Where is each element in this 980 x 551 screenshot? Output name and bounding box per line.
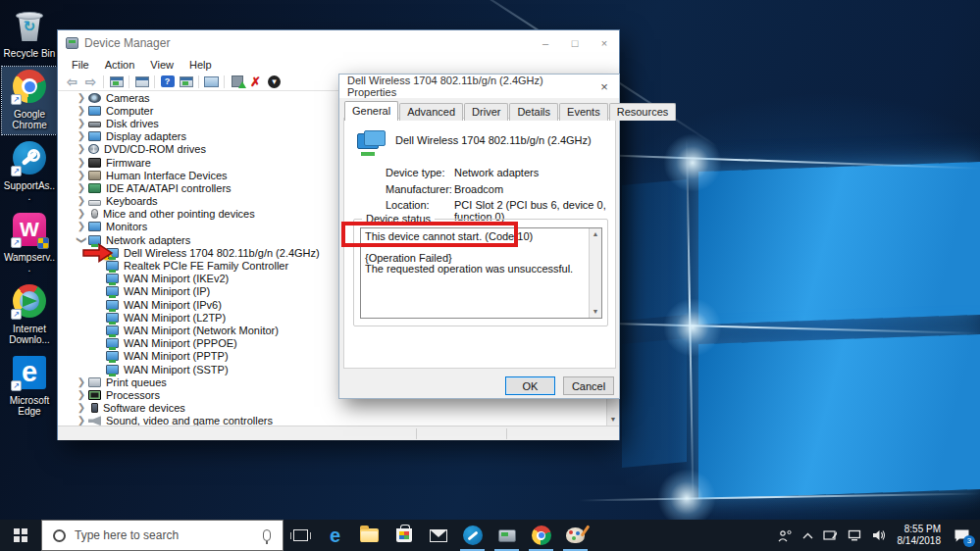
chevron-right-icon[interactable]: ❯ [76,390,87,400]
people-icon[interactable] [773,520,798,551]
chrome-icon [532,526,551,545]
menu-item-view[interactable]: View [142,58,181,72]
chevron-right-icon[interactable]: ❯ [76,144,87,154]
windows-logo-pane [622,179,687,321]
display-icon [88,131,101,141]
maximize-button[interactable]: □ [560,30,590,56]
taskbar-paint-icon[interactable] [558,520,593,551]
tab-events[interactable]: Events [559,103,608,121]
group-label: Device status [362,213,435,225]
pen-settings-icon[interactable] [818,520,843,551]
windows-logo-pane [698,162,980,325]
chevron-right-icon[interactable]: ❯ [76,106,87,116]
network-adapter-icon [357,130,388,156]
menu-item-file[interactable]: File [64,58,97,72]
forward-icon[interactable]: ⇨ [82,75,99,89]
chevron-right-icon[interactable]: ❯ [76,416,87,426]
tab-resources[interactable]: Resources [609,103,677,121]
minimize-button[interactable]: – [531,30,560,56]
tab-general[interactable]: General [344,101,398,121]
tree-item-label: Human Interface Devices [105,170,228,181]
chevron-right-icon[interactable]: ❯ [76,209,87,219]
disable-device-icon[interactable]: ▾ [266,75,283,89]
taskbar-supportassist-icon[interactable] [455,520,490,551]
device-status-textarea[interactable]: This device cannot start. (Code 10) {Ope… [360,227,602,319]
supportassist-icon: ↗ [13,141,46,175]
warning-badge-icon [104,251,114,260]
console-window-icon[interactable] [178,75,194,89]
clock[interactable]: 8:55 PM 8/14/2018 [892,524,948,547]
tree-item-label: DVD/CD-ROM drives [103,143,206,155]
dialog-close-icon[interactable]: × [590,75,619,98]
console-window-icon[interactable] [108,75,125,89]
tab-details[interactable]: Details [509,103,558,121]
scroll-down-icon[interactable]: ▼ [607,413,619,426]
taskbar-store-icon[interactable] [387,520,421,551]
menu-item-action[interactable]: Action [97,58,143,72]
back-icon[interactable]: ⇦ [64,75,80,89]
tree-item-label: WAN Miniport (IP) [123,285,210,297]
chevron-right-icon[interactable]: ❯ [76,183,87,193]
device-manager-titlebar[interactable]: Device Manager – □ × [58,30,619,56]
chevron-right-icon[interactable]: ❯ [76,377,87,387]
scroll-up-icon[interactable]: ▲ [590,228,601,240]
tab-driver[interactable]: Driver [464,103,508,121]
desktop-icon-wampserv[interactable]: W↗Wampserv... [2,210,57,277]
chevron-right-icon[interactable]: ❯ [76,171,87,180]
tree-item-label: Network adapters [105,234,190,246]
search-input[interactable]: Type here to search [41,520,284,551]
tree-item-label: WAN Miniport (PPTP) [123,350,229,362]
tree-item-label: WAN Miniport (IPv6) [123,299,222,311]
status-line: This device cannot start. (Code 10) [365,231,585,242]
microphone-icon[interactable] [263,529,271,541]
chevron-down-icon[interactable]: ❯ [77,234,86,246]
network-adapter-icon [106,313,119,323]
device-status-group: Device status This device cannot start. … [353,219,608,326]
taskbar-file-explorer-icon[interactable] [352,520,387,551]
uninstall-device-icon[interactable]: ✗ [247,75,264,89]
tree-item-label: Firmware [105,157,151,169]
network-icon[interactable] [843,520,867,551]
ok-button[interactable]: OK [505,376,555,395]
chevron-right-icon[interactable]: ❯ [76,196,87,206]
chrome-icon: ↗ [13,70,46,103]
taskbar-device-manager-icon[interactable] [490,520,524,551]
scroll-down-icon[interactable]: ▼ [590,306,601,318]
scan-hardware-icon[interactable] [203,75,220,89]
chevron-right-icon[interactable]: ❯ [76,119,87,128]
export-list-icon[interactable] [133,75,150,89]
action-center-icon[interactable]: 3 [947,520,980,551]
chevron-right-icon[interactable]: ❯ [76,158,87,168]
taskbar-mail-icon[interactable] [421,520,455,551]
status-scrollbar[interactable]: ▲ ▼ [589,228,601,318]
chevron-right-icon[interactable]: ❯ [76,131,87,141]
ide-icon [88,183,101,193]
chevron-right-icon[interactable]: ❯ [76,403,87,413]
taskbar-task-view-icon[interactable] [284,520,318,551]
tab-advanced[interactable]: Advanced [399,103,463,121]
close-button[interactable]: × [590,30,619,56]
volume-icon[interactable] [867,520,892,551]
tree-item-software-devices[interactable]: ❯Software devices [58,402,619,415]
taskbar-chrome-icon[interactable] [524,520,558,551]
cancel-button[interactable]: Cancel [563,376,614,395]
desktop-icon-supportas[interactable]: ↗SupportAs... [2,138,57,206]
status-bar [58,426,619,440]
menu-item-help[interactable]: Help [181,58,220,72]
update-driver-icon[interactable] [229,75,245,89]
taskbar-edge-icon[interactable]: e [318,520,352,551]
tree-item-label: WAN Miniport (IKEv2) [123,273,229,284]
desktop-icon-internet-downlo[interactable]: ↗Internet Downlo... [2,281,57,349]
hidden-icons-chevron-icon[interactable] [798,520,818,551]
chevron-right-icon[interactable]: ❯ [76,222,87,231]
dialog-titlebar[interactable]: Dell Wireless 1704 802.11b/g/n (2.4GHz) … [339,75,619,98]
network-adapter-icon [106,300,119,310]
tree-item-sound-video-and-game-controllers[interactable]: ❯Sound, video and game controllers [58,415,619,426]
help-icon[interactable]: ? [159,75,176,89]
start-button[interactable] [0,520,41,551]
desktop-icon-google-chrome[interactable]: ↗Google Chrome [2,67,57,134]
chevron-right-icon[interactable]: ❯ [76,93,87,103]
desktop-icon-microsoft-edge[interactable]: e↗Microsoft Edge [2,353,57,421]
cortana-icon [53,529,66,542]
desktop-icon-recycle-bin[interactable]: ↻Recycle Bin [2,6,57,63]
